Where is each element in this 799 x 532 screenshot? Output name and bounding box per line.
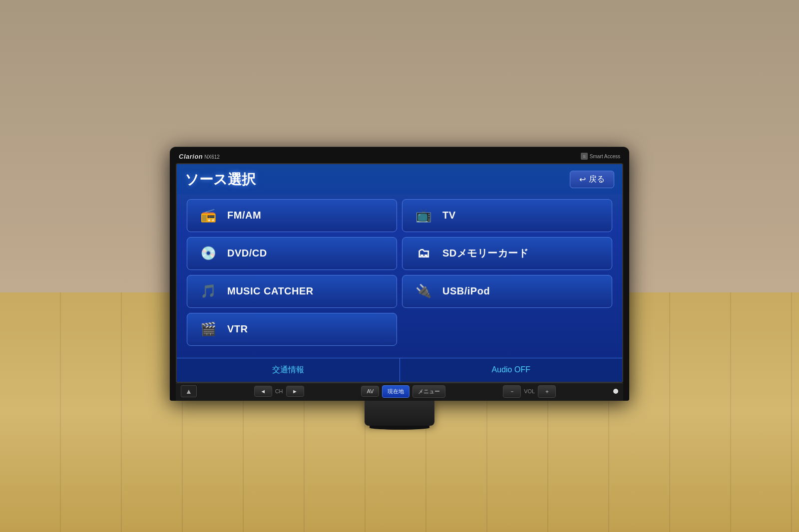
smart-access-label: S Smart Access: [581, 153, 620, 160]
tv-icon: 📺: [412, 207, 434, 225]
av-button[interactable]: AV: [361, 386, 379, 397]
usb-ipod-button[interactable]: 🔌 USB/iPod: [402, 275, 612, 308]
usb-icon: 🔌: [412, 282, 434, 300]
car-stereo-device: Clarion NX612 S Smart Access ソース選択 ↩ 戻る: [170, 147, 629, 401]
tv-button[interactable]: 📺 TV: [402, 199, 612, 232]
music-catcher-label: MUSIC CATCHER: [227, 285, 314, 297]
device-container: Clarion NX612 S Smart Access ソース選択 ↩ 戻る: [170, 147, 629, 426]
brand-logo: Clarion NX612: [179, 153, 220, 160]
tv-label: TV: [442, 210, 456, 221]
screen-bottom-bar: 交通情報 Audio OFF: [177, 358, 622, 382]
fmam-label: FM/AM: [227, 210, 261, 221]
screen-header: ソース選択 ↩ 戻る: [177, 164, 622, 194]
device-stand: [365, 401, 434, 426]
ch-next-button[interactable]: ►: [286, 386, 304, 397]
eject-button[interactable]: ▲: [181, 385, 197, 397]
current-location-button[interactable]: 現在地: [382, 385, 409, 398]
usb-label: USB/iPod: [442, 285, 490, 297]
dvdcd-icon: 💿: [197, 245, 219, 263]
fmam-icon: 📻: [197, 207, 219, 225]
vol-label: VOL: [524, 388, 535, 394]
sd-icon: 🗂: [412, 245, 434, 263]
dvdcd-label: DVD/CD: [227, 248, 267, 259]
main-screen: ソース選択 ↩ 戻る 📻 FM/AM 📺 TV 💿 DVD: [176, 163, 623, 383]
traffic-info-button[interactable]: 交通情報: [177, 358, 400, 382]
screen-title: ソース選択: [185, 170, 256, 189]
vtr-icon: 🎬: [197, 320, 219, 338]
music-catcher-button[interactable]: 🎵 MUSIC CATCHER: [187, 275, 397, 308]
back-button[interactable]: ↩ 戻る: [570, 171, 614, 188]
device-top-bar: Clarion NX612 S Smart Access: [176, 151, 623, 163]
ch-prev-button[interactable]: ◄: [254, 386, 272, 397]
vtr-button[interactable]: 🎬 VTR: [187, 313, 397, 346]
indicator-light: [613, 389, 618, 394]
dvdcd-button[interactable]: 💿 DVD/CD: [187, 237, 397, 270]
sd-label: SDメモリーカード: [442, 247, 528, 260]
audio-off-button[interactable]: Audio OFF: [400, 358, 623, 382]
fmam-button[interactable]: 📻 FM/AM: [187, 199, 397, 232]
ch-label: CH: [275, 388, 283, 394]
vol-minus-button[interactable]: －: [503, 385, 521, 398]
vol-plus-button[interactable]: ＋: [538, 385, 556, 398]
menu-grid: 📻 FM/AM 📺 TV 💿 DVD/CD 🗂 SDメモリーカード 🎵: [177, 194, 622, 351]
back-arrow-icon: ↩: [579, 175, 586, 184]
music-catcher-icon: 🎵: [197, 282, 219, 300]
device-controls: ▲ ◄ CH ► AV 現在地 メニュー － VOL ＋: [176, 383, 623, 401]
smart-icon: S: [581, 153, 588, 160]
menu-button[interactable]: メニュー: [412, 385, 445, 398]
sd-button[interactable]: 🗂 SDメモリーカード: [402, 237, 612, 270]
vtr-label: VTR: [227, 323, 248, 335]
